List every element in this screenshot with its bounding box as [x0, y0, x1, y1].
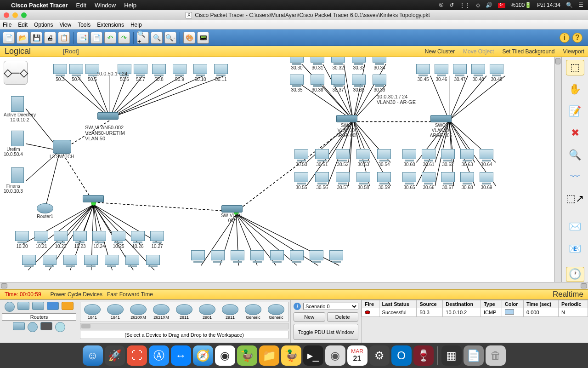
- device-model-item[interactable]: 2621XM: [151, 304, 171, 320]
- pdu-header[interactable]: Source: [417, 300, 443, 308]
- pdu-header[interactable]: Destination: [443, 300, 481, 308]
- pc-device[interactable]: 10.22: [52, 231, 69, 249]
- pc-device[interactable]: [308, 250, 325, 263]
- security-category-icon[interactable]: [28, 322, 38, 332]
- device-model-item[interactable]: 2620XM: [128, 304, 148, 320]
- copy-button[interactable]: 📑: [77, 32, 89, 44]
- router-device[interactable]: Router1: [36, 203, 54, 219]
- pc-device[interactable]: 30.57: [334, 172, 351, 190]
- pc-device[interactable]: [288, 250, 305, 263]
- pc-device[interactable]: 30.32: [330, 57, 346, 70]
- pc-device[interactable]: [328, 250, 345, 263]
- pc-device[interactable]: 30.58: [355, 172, 372, 190]
- settings-icon[interactable]: ⚙: [369, 345, 390, 366]
- hub-category-icon[interactable]: [32, 302, 44, 310]
- device-scrollbar[interactable]: [80, 323, 288, 329]
- volume-icon[interactable]: 🔊: [486, 2, 492, 8]
- zoom-icon[interactable]: [21, 12, 27, 18]
- shield-icon[interactable]: ⑤: [439, 2, 444, 8]
- pc-device[interactable]: 30.33: [351, 57, 367, 70]
- horizontal-scrollbar[interactable]: [0, 282, 588, 289]
- open-button[interactable]: 📂: [17, 32, 28, 44]
- pdu-header[interactable]: Last Status: [379, 300, 417, 308]
- pc-device[interactable]: 30.64: [478, 149, 495, 167]
- pc-device[interactable]: 30.47: [452, 64, 468, 82]
- folder-icon[interactable]: 📁: [259, 345, 279, 366]
- switch-device[interactable]: SWC-VLAN30-ARGE-006: [430, 115, 452, 138]
- launchpad-icon[interactable]: 🚀: [105, 345, 125, 366]
- info-icon[interactable]: i: [294, 303, 301, 310]
- pdu-header[interactable]: Time (sec): [523, 300, 558, 308]
- pc-device[interactable]: 30.60: [401, 149, 418, 167]
- pc-device[interactable]: 30.45: [415, 64, 431, 82]
- menu-edit[interactable]: Edit: [18, 22, 28, 28]
- pc-device[interactable]: 50.7: [132, 64, 149, 82]
- pc-device[interactable]: 50.10: [192, 64, 209, 82]
- pc-device[interactable]: 30.51: [314, 149, 330, 167]
- pc-device[interactable]: 10.20: [14, 231, 30, 249]
- pc-device[interactable]: 50.11: [213, 64, 229, 82]
- pc-device[interactable]: 30.48: [470, 64, 486, 82]
- set-background-button[interactable]: Set Tiled Background: [502, 48, 554, 55]
- move-tool[interactable]: ✋: [566, 82, 584, 98]
- pc-device[interactable]: 30.46: [433, 64, 450, 82]
- breadcrumb-root[interactable]: [Root]: [63, 48, 79, 55]
- help-button[interactable]: ?: [572, 33, 582, 43]
- device-button[interactable]: 📟: [197, 32, 209, 44]
- pc-device[interactable]: 30.66: [420, 172, 437, 190]
- pc-device[interactable]: 30.55: [293, 172, 310, 190]
- clock[interactable]: Pzt 14:34: [537, 2, 560, 8]
- pc-device[interactable]: 30.30: [288, 57, 305, 70]
- menu-edit[interactable]: Edit: [76, 2, 86, 9]
- pdu-header[interactable]: Color: [502, 300, 523, 308]
- calendar-icon[interactable]: MAR21: [347, 345, 368, 366]
- device-model-item[interactable]: Generic: [243, 304, 263, 320]
- menu-extensions[interactable]: Extensions: [97, 22, 124, 28]
- finder-icon[interactable]: ☺: [83, 345, 103, 366]
- device-model-item[interactable]: 1941: [105, 304, 125, 320]
- fast-forward-button[interactable]: Fast Forward Time: [107, 291, 153, 298]
- disc-icon[interactable]: ◉: [325, 345, 345, 366]
- trash-icon[interactable]: 🗑: [486, 345, 506, 366]
- move-object-button[interactable]: Move Object: [463, 48, 494, 55]
- pc-device[interactable]: 30.63: [459, 149, 475, 167]
- pc-device[interactable]: [145, 255, 161, 268]
- outlook-icon[interactable]: O: [391, 345, 412, 366]
- pc-device[interactable]: 30.49: [488, 64, 505, 82]
- close-icon[interactable]: [4, 12, 9, 18]
- delete-tool[interactable]: ✖: [566, 126, 584, 141]
- menu-help[interactable]: Help: [130, 22, 142, 28]
- redo-button[interactable]: ↷: [118, 32, 130, 44]
- simple-pdu-tool[interactable]: ✉️: [566, 219, 584, 235]
- zoomreset-button[interactable]: 🔍: [151, 32, 163, 44]
- pc-device[interactable]: [103, 255, 120, 268]
- menu-tools[interactable]: Tools: [78, 22, 90, 28]
- undo-button[interactable]: ↶: [104, 32, 116, 44]
- pdu-row[interactable]: Successful 50.3 10.0.10.2 ICMP 0.000 N: [362, 308, 588, 317]
- server-device[interactable]: [9, 96, 26, 112]
- battery-status[interactable]: %100 🔋: [511, 2, 532, 8]
- chrome-icon[interactable]: ◉: [215, 345, 235, 366]
- switch-device[interactable]: SWC-VLAN30-ARGE-005: [335, 115, 358, 138]
- info-button[interactable]: i: [560, 33, 570, 43]
- timemachine-icon[interactable]: ↺: [449, 2, 454, 8]
- pc-device[interactable]: [209, 250, 226, 263]
- menu-help[interactable]: Help: [124, 2, 136, 9]
- pc-device[interactable]: 50.9: [171, 64, 188, 82]
- note-tool[interactable]: 📝: [566, 104, 584, 119]
- shape-tool[interactable]: 〰: [566, 169, 584, 185]
- wizard-button[interactable]: 📋: [58, 32, 70, 44]
- input-source-icon[interactable]: [498, 3, 505, 8]
- pc-device[interactable]: 30.31: [309, 57, 326, 70]
- pc-device[interactable]: 10.24: [91, 231, 107, 249]
- pc-device[interactable]: [269, 250, 285, 263]
- power-cycle-button[interactable]: Power Cycle Devices: [51, 291, 102, 298]
- minimize-icon[interactable]: [12, 12, 18, 18]
- device-model-item[interactable]: 2901: [197, 304, 217, 320]
- menu-view[interactable]: View: [59, 22, 71, 28]
- connection-category-icon[interactable]: [62, 302, 74, 310]
- notification-icon[interactable]: ☰: [578, 2, 583, 8]
- l3switch-device[interactable]: L3 SWITCH: [50, 140, 74, 159]
- print-button[interactable]: 🖨: [44, 32, 56, 44]
- pc-device[interactable]: [249, 250, 266, 263]
